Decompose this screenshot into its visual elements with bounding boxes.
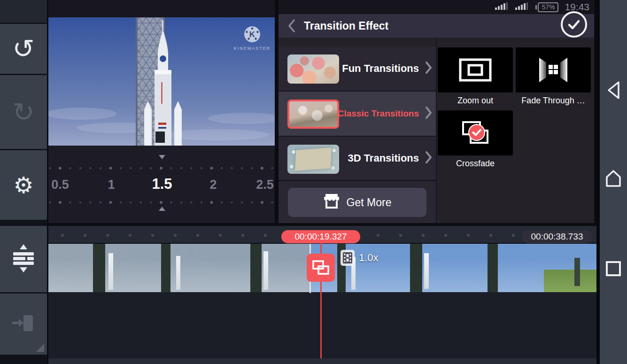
redo-icon: ↻ [13, 99, 35, 125]
category-label: 3D Transitions [348, 152, 419, 164]
clip-speed-badge: 1.0x [341, 250, 379, 266]
transition-duration-ruler[interactable]: 0.5 1 1.5 2 2.5 [48, 146, 275, 223]
category-label: Fun Transitions [342, 62, 419, 75]
current-time-badge: 00:00:19.327 [281, 230, 360, 243]
kinemaster-watermark: K KINEMASTER [233, 25, 271, 51]
category-classic-transitions-selected[interactable]: Classic Transitions [279, 92, 436, 137]
android-back-icon [606, 81, 620, 100]
transition-effect-panel: 57% 19:43 Transition Effect Fun Transiti… [279, 0, 594, 223]
left-toolbar: ↺ ↻ ⚙ [0, 0, 47, 364]
undo-icon: ↺ [13, 36, 35, 62]
film-icon [341, 250, 355, 266]
chevron-right-icon [425, 106, 432, 121]
ruler-dots-bottom [48, 200, 275, 205]
resize-handle-icon[interactable] [36, 344, 44, 352]
ruler-tick: 1 [93, 178, 130, 192]
timeline-bottom-strip [48, 358, 596, 364]
svg-text:K: K [249, 30, 255, 39]
panel-column-divider [436, 38, 437, 223]
transition-marker-icon [312, 260, 330, 276]
get-more-button[interactable]: Get More [288, 188, 426, 217]
ruler-tick-selected: 1.5 [143, 176, 181, 193]
android-home-button[interactable] [604, 169, 623, 190]
ruler-dots-top [48, 166, 275, 170]
back-button[interactable] [288, 19, 295, 32]
category-3d-transitions[interactable]: 3D Transitions [279, 137, 436, 181]
gear-icon: ⚙ [13, 174, 33, 196]
3d-transitions-thumbnail [287, 145, 339, 174]
shattered-glass-graphic [295, 147, 332, 171]
android-recents-button[interactable] [605, 260, 622, 279]
redo-button[interactable]: ↻ [0, 75, 47, 149]
ruler-marker-bottom-icon [159, 207, 165, 211]
panel-header: Transition Effect [279, 14, 594, 38]
android-nav-bar [600, 0, 627, 364]
panel-title: Transition Effect [304, 20, 388, 32]
preview-panel: K KINEMASTER 0.5 1 1.5 2 2.5 [48, 0, 275, 223]
jump-to-end-icon [11, 314, 36, 334]
transition-option-crossfade-selected[interactable] [438, 110, 513, 155]
watermark-text: KINEMASTER [233, 46, 271, 51]
battery-percent: 57% [538, 2, 558, 12]
get-more-label: Get More [347, 196, 392, 209]
chevron-right-icon [425, 61, 432, 76]
fun-transitions-thumbnail [287, 54, 339, 84]
transition-option-zoom-out[interactable] [438, 47, 513, 93]
kinemaster-editor-screen: ↺ ↻ ⚙ [0, 0, 627, 364]
toolbar-top-spacer [0, 0, 47, 23]
classic-transitions-thumbnail [287, 100, 339, 129]
transition-option-fade-through[interactable] [516, 47, 591, 93]
fade-through-transition-icon [538, 58, 568, 82]
store-icon [323, 194, 340, 211]
ruler-tick: 2 [194, 178, 232, 192]
battery-nub [535, 5, 537, 9]
option-label-zoom-out: Zoom out [438, 96, 513, 106]
signal-icon-2 [515, 1, 529, 13]
speed-label: 1.0x [359, 252, 379, 264]
undo-button[interactable]: ↺ [0, 24, 47, 74]
status-bar: 57% 19:43 [279, 0, 594, 14]
check-icon [563, 13, 585, 36]
battery-icon: 57% [535, 2, 558, 12]
ruler-marker-top-icon [159, 155, 165, 159]
android-back-button[interactable] [606, 81, 620, 101]
option-label-crossfade: Crossfade [438, 159, 513, 169]
zoom-out-transition-icon [459, 58, 492, 82]
back-chevron-icon [288, 19, 295, 32]
timeline-area: 00:00:19.327 00:00:38.733 1.0x [48, 226, 596, 364]
clock-text: 19:43 [565, 1, 589, 13]
video-preview[interactable]: K KINEMASTER [48, 17, 275, 146]
project-settings-button[interactable]: ⚙ [0, 150, 47, 220]
confirm-button[interactable] [561, 11, 587, 38]
android-home-icon [604, 169, 623, 188]
category-label-selected: Classic Transitions [338, 108, 419, 119]
category-fun-transitions[interactable]: Fun Transitions [279, 46, 436, 92]
nav-bar-edge [596, 0, 600, 364]
kinemaster-logo-icon: K [243, 25, 262, 44]
expand-timeline-icon [11, 244, 36, 274]
jump-to-end-button[interactable] [0, 294, 47, 355]
expand-timeline-button[interactable] [0, 226, 47, 292]
option-label-fade-through: Fade Through … [516, 96, 591, 106]
transition-marker-button[interactable] [307, 254, 335, 282]
ruler-tick: 2.5 [246, 178, 284, 192]
ruler-tick: 0.5 [41, 178, 79, 192]
chevron-right-icon [425, 151, 432, 166]
crossfade-transition-icon [458, 118, 492, 147]
total-duration-badge: 00:00:38.733 [522, 230, 592, 243]
signal-icon [495, 1, 509, 13]
get-more-row: Get More [279, 182, 436, 223]
android-recents-icon [605, 260, 622, 277]
